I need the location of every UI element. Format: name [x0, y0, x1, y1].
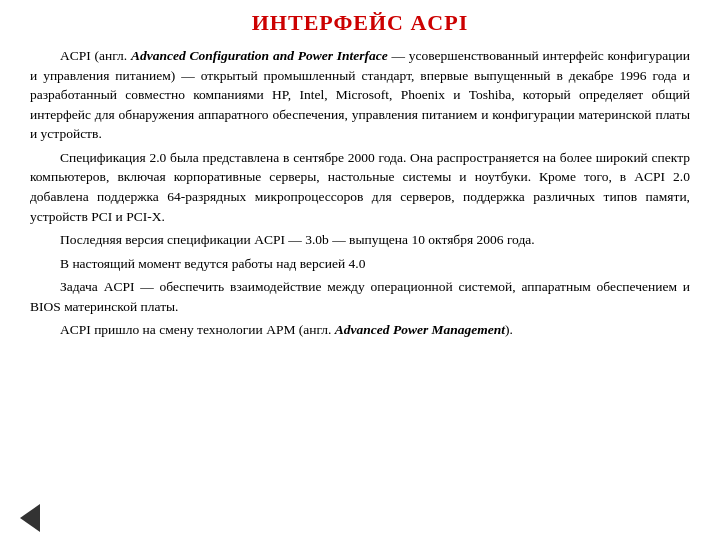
content-area: ACPI (англ. Advanced Configuration and P…: [30, 46, 690, 340]
paragraph-3: Последняя версия спецификации ACPI — 3.0…: [30, 230, 690, 250]
page-container: ИНТЕРФЕЙС ACPI ACPI (англ. Advanced Conf…: [0, 0, 720, 540]
paragraph-2: Спецификация 2.0 была представлена в сен…: [30, 148, 690, 226]
paragraph-6: ACPI пришло на смену технологии APM (анг…: [30, 320, 690, 340]
paragraph-4: В настоящий момент ведутся работы над ве…: [30, 254, 690, 274]
paragraph-5: Задача ACPI — обеспечить взаимодействие …: [30, 277, 690, 316]
page-title: ИНТЕРФЕЙС ACPI: [30, 10, 690, 36]
back-arrow-icon[interactable]: [20, 504, 40, 532]
paragraph-1: ACPI (англ. Advanced Configuration and P…: [30, 46, 690, 144]
